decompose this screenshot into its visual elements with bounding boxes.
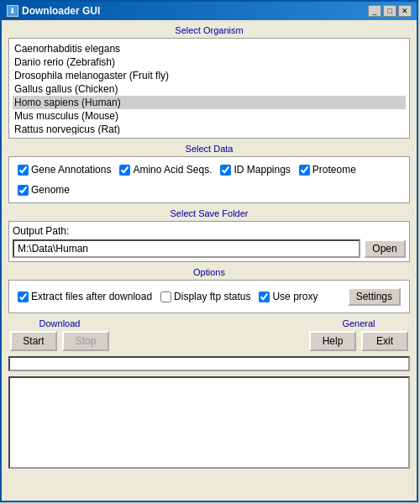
general-group: General Help Exit [309,318,408,351]
download-buttons-row: Start Stop [10,331,109,351]
checkbox-id_mappings[interactable] [220,165,231,176]
save-folder-group: Output Path: Open [8,221,410,262]
output-path-input[interactable] [13,239,360,258]
select-save-folder-label: Select Save Folder [8,208,410,218]
log-area [8,376,410,469]
minimize-button[interactable]: _ [368,5,381,17]
maximize-button[interactable]: □ [383,5,396,17]
title-bar-left: ⬇ Downloader GUI [7,5,100,17]
data-option-amino_acid_seqs[interactable]: Amino Acid Seqs. [119,164,212,176]
checkbox-proteome[interactable] [299,165,310,176]
select-organism-label: Select Organism [8,25,410,35]
buttons-area: Download Start Stop General Help Exit [8,318,410,351]
option-item-use_proxy[interactable]: Use proxy [259,291,318,302]
exit-button[interactable]: Exit [361,331,408,351]
data-option-id_mappings[interactable]: ID Mappings [220,164,290,176]
data-options-row: Gene AnnotationsAmino Acid Seqs.ID Mappi… [13,160,406,199]
help-button[interactable]: Help [309,331,356,351]
general-group-label: General [342,318,375,328]
settings-button[interactable]: Settings [348,287,401,306]
general-buttons-row: Help Exit [309,331,408,351]
checkbox-use_proxy[interactable] [259,291,270,302]
output-path-row: Open [13,239,406,258]
options-label: Options [8,267,410,277]
open-button[interactable]: Open [364,239,406,258]
organism-list[interactable]: Caenorhabditis elegansDanio rerio (Zebra… [13,42,406,134]
options-row: Extract files after downloadDisplay ftp … [13,284,406,309]
output-path-label: Output Path: [13,225,406,237]
checkbox-extract_files[interactable] [18,291,29,302]
select-data-label: Select Data [8,144,410,154]
data-option-gene_annotations[interactable]: Gene Annotations [18,164,111,176]
window-title: Downloader GUI [22,5,100,17]
progress-container [8,356,410,371]
app-icon: ⬇ [7,5,18,17]
checkbox-gene_annotations[interactable] [18,165,29,176]
options-group: Extract files after downloadDisplay ftp … [8,280,410,313]
option-item-display_ftp[interactable]: Display ftp status [160,291,250,302]
organism-group-box: Caenorhabditis elegansDanio rerio (Zebra… [8,38,410,139]
content-area: Select Organism Caenorhabditis elegansDa… [2,20,417,474]
option-item-extract_files[interactable]: Extract files after download [18,291,152,302]
download-group-label: Download [39,318,81,328]
stop-button[interactable]: Stop [62,331,109,351]
select-data-group: Gene AnnotationsAmino Acid Seqs.ID Mappi… [8,156,410,203]
checkbox-amino_acid_seqs[interactable] [119,165,130,176]
main-window: ⬇ Downloader GUI _ □ ✕ Select Organism C… [0,0,418,502]
checkbox-genome[interactable] [18,185,29,196]
title-bar: ⬇ Downloader GUI _ □ ✕ [2,2,417,20]
start-button[interactable]: Start [10,331,57,351]
checkbox-display_ftp[interactable] [160,291,171,302]
data-option-proteome[interactable]: Proteome [299,164,356,176]
title-buttons: _ □ ✕ [368,5,412,17]
data-option-genome[interactable]: Genome [18,184,70,196]
download-group: Download Start Stop [10,318,109,351]
close-button[interactable]: ✕ [398,5,412,17]
